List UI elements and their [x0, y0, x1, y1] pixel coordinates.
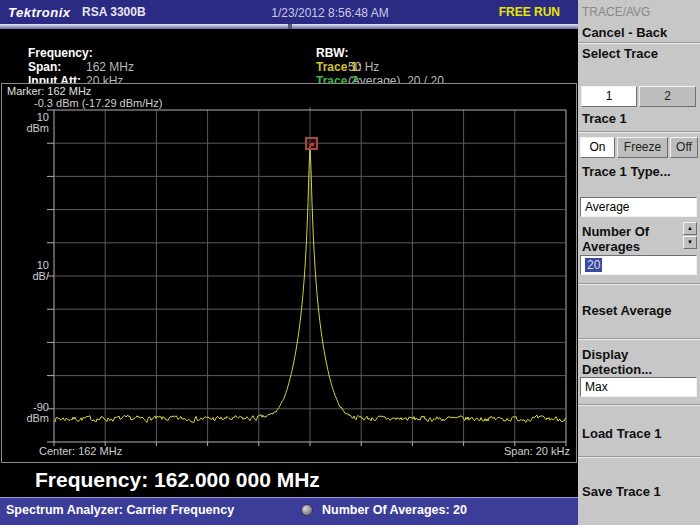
save-trace-button[interactable]: Save Trace 1 — [582, 484, 661, 499]
trace-type-menu-item[interactable]: Trace 1 Type... — [582, 164, 671, 179]
datetime-display: 1/23/2012 8:56:48 AM — [220, 6, 440, 20]
span-axis-label: Span: 20 kHz — [504, 445, 570, 457]
num-averages-label-2: Averages — [582, 239, 640, 254]
spinner-down-button[interactable]: ▼ — [683, 236, 697, 249]
frequency-readout: Frequency: 162 MHz — [8, 32, 93, 46]
y-axis-scale-label: 10dB/ — [2, 260, 49, 282]
y-axis-bottom-label: -90dBm — [2, 402, 49, 424]
menu-title: TRACE/AVG — [582, 5, 650, 19]
select-trace-label: Select Trace — [582, 46, 658, 61]
spectrum-plot-region: Marker: 162 MHz -0.3 dBm (-17.29 dBm/Hz)… — [1, 83, 577, 463]
trace-on-button[interactable]: On — [580, 137, 615, 158]
trace-freeze-button[interactable]: Freeze — [617, 137, 668, 158]
selected-value: 20 — [585, 258, 602, 272]
divider — [578, 42, 700, 44]
span-readout: Span: 20 kHz — [8, 46, 61, 60]
frequency-entry-value: Frequency: 162.000 000 MHz — [35, 468, 320, 492]
model-label: RSA 3300B — [82, 5, 146, 19]
trace2-readout: Trace 2: (Off) — [296, 60, 361, 74]
run-status-badge: FREE RUN — [499, 5, 560, 19]
divider — [578, 131, 700, 133]
cancel-back-button[interactable]: Cancel - Back — [582, 25, 667, 40]
settings-readout: Frequency: 162 MHz Span: 20 kHz Input At… — [0, 29, 578, 83]
averages-spinner: ▲ ▼ — [683, 222, 697, 249]
marker-readout-freq: Marker: 162 MHz — [7, 85, 91, 97]
status-bar: Spectrum Analyzer: Carrier Frequency Num… — [0, 497, 578, 525]
trace1-readout: Trace 1: (Average) 20 / 20 — [296, 46, 361, 60]
y-axis-top-label: 10dBm — [2, 112, 49, 134]
divider — [578, 338, 700, 340]
top-bar: Tektronix RSA 3300B 1/23/2012 8:56:48 AM… — [0, 0, 578, 24]
center-frequency-label: Center: 162 MHz — [39, 445, 122, 457]
rbw-readout: RBW: 50 Hz — [296, 32, 348, 46]
num-averages-label-1: Number Of — [582, 224, 649, 239]
frequency-value: 162 MHz — [86, 60, 134, 74]
display-detection-label-2[interactable]: Detection... — [582, 362, 652, 377]
brand-logo: Tektronix — [8, 5, 71, 20]
divider — [578, 283, 700, 285]
display-detection-field[interactable]: Max — [580, 377, 697, 397]
frequency-entry-display: Frequency: 162.000 000 MHz — [0, 463, 578, 497]
trace-type-field[interactable]: Average — [580, 197, 697, 217]
marker-dot — [311, 143, 314, 146]
trace1-section-label: Trace 1 — [582, 111, 627, 126]
divider — [578, 404, 700, 406]
load-trace-button[interactable]: Load Trace 1 — [582, 426, 661, 441]
knob-icon — [301, 504, 313, 516]
trace-2-button[interactable]: 2 — [639, 86, 696, 107]
trace-1-button[interactable]: 1 — [581, 86, 637, 107]
num-averages-field[interactable]: 20 — [580, 255, 697, 275]
spectrum-plot — [47, 107, 569, 447]
reset-average-button[interactable]: Reset Average — [582, 303, 671, 318]
status-averages-text: Number Of Averages: 20 — [322, 503, 467, 517]
side-menu-panel: TRACE/AVG Cancel - Back Select Trace 1 2… — [578, 0, 700, 525]
display-detection-label-1[interactable]: Display — [582, 347, 628, 362]
marker-indicator — [305, 137, 318, 150]
divider — [578, 456, 700, 458]
spectrum-analyzer-screen: Tektronix RSA 3300B 1/23/2012 8:56:48 AM… — [0, 0, 700, 525]
trace-off-button[interactable]: Off — [670, 137, 698, 158]
status-mode-text: Spectrum Analyzer: Carrier Frequency — [6, 503, 234, 517]
input-att-readout: Input Att: 30 dB — [8, 60, 81, 74]
spinner-up-button[interactable]: ▲ — [683, 222, 697, 235]
